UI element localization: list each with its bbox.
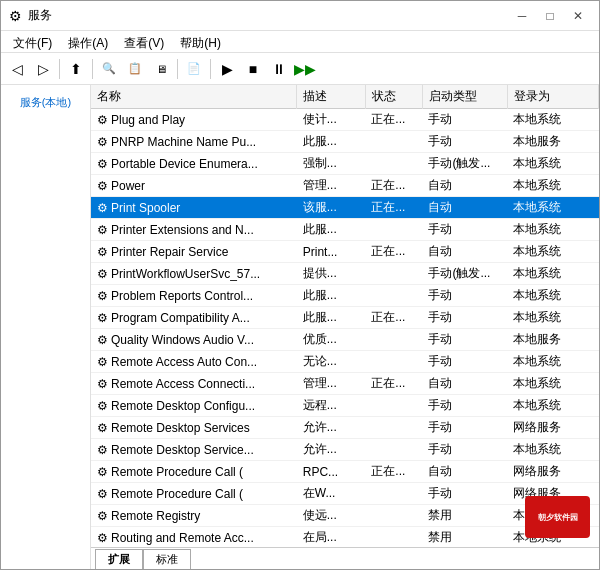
toolbar-up[interactable]: ⬆ [64, 57, 88, 81]
window-icon: ⚙ [9, 8, 22, 24]
service-desc: RPC... [297, 461, 366, 483]
table-row[interactable]: ⚙Remote Access Connecti...管理...正在...自动本地… [91, 373, 599, 395]
service-name: ⚙Remote Procedure Call ( [91, 483, 297, 505]
toolbar-stop[interactable]: ■ [241, 57, 265, 81]
service-startup: 自动 [422, 197, 507, 219]
service-startup: 手动 [422, 329, 507, 351]
service-startup: 手动 [422, 131, 507, 153]
service-startup: 手动(触发... [422, 263, 507, 285]
service-startup: 手动(触发... [422, 153, 507, 175]
service-login: 网络服务 [507, 461, 598, 483]
tab-standard[interactable]: 标准 [143, 549, 191, 569]
col-header-login[interactable]: 登录为 [507, 85, 598, 109]
table-row[interactable]: ⚙PrintWorkflowUserSvc_57...提供...手动(触发...… [91, 263, 599, 285]
table-row[interactable]: ⚙Program Compatibility A...此服...正在...手动本… [91, 307, 599, 329]
table-row[interactable]: ⚙Power管理...正在...自动本地系统 [91, 175, 599, 197]
table-row[interactable]: ⚙Remote Registry使远...禁用本地服务 [91, 505, 599, 527]
service-login: 本地系统 [507, 219, 598, 241]
service-gear-icon: ⚙ [97, 223, 108, 237]
minimize-button[interactable]: ─ [509, 6, 535, 26]
table-row[interactable]: ⚙Remote Desktop Configu...远程...手动本地系统 [91, 395, 599, 417]
service-desc: 在W... [297, 483, 366, 505]
service-status: 正在... [365, 175, 422, 197]
service-gear-icon: ⚙ [97, 201, 108, 215]
service-status [365, 395, 422, 417]
service-gear-icon: ⚙ [97, 399, 108, 413]
table-row[interactable]: ⚙Plug and Play使计...正在...手动本地系统 [91, 109, 599, 131]
toolbar-forward[interactable]: ▷ [31, 57, 55, 81]
service-startup: 自动 [422, 175, 507, 197]
tab-expand[interactable]: 扩展 [95, 549, 143, 569]
service-name: ⚙Program Compatibility A... [91, 307, 297, 329]
table-row[interactable]: ⚙Quality Windows Audio V...优质...手动本地服务 [91, 329, 599, 351]
table-row[interactable]: ⚙Routing and Remote Acc...在局...禁用本地系统 [91, 527, 599, 548]
service-startup: 手动 [422, 219, 507, 241]
service-login: 本地系统 [507, 439, 598, 461]
toolbar-restart[interactable]: ▶▶ [293, 57, 317, 81]
toolbar-btn-3[interactable]: 🔍 [97, 57, 121, 81]
col-header-startup[interactable]: 启动类型 [422, 85, 507, 109]
title-controls: ─ □ ✕ [509, 6, 591, 26]
service-desc: 此服... [297, 131, 366, 153]
table-row[interactable]: ⚙Remote Procedure Call (在W...手动网络服务 [91, 483, 599, 505]
service-name: ⚙Remote Access Auto Con... [91, 351, 297, 373]
service-login: 本地服务 [507, 131, 598, 153]
service-name: ⚙Remote Procedure Call ( [91, 461, 297, 483]
service-login: 本地系统 [507, 395, 598, 417]
table-row[interactable]: ⚙Remote Desktop Services允许...手动网络服务 [91, 417, 599, 439]
service-name: ⚙Portable Device Enumera... [91, 153, 297, 175]
menu-help[interactable]: 帮助(H) [172, 33, 229, 50]
service-startup: 手动 [422, 439, 507, 461]
service-startup: 自动 [422, 373, 507, 395]
service-startup: 手动 [422, 483, 507, 505]
service-login: 本地系统 [507, 351, 598, 373]
service-status: 正在... [365, 461, 422, 483]
toolbar-btn-5[interactable]: 🖥 [149, 57, 173, 81]
toolbar-btn-4[interactable]: 📋 [123, 57, 147, 81]
table-row[interactable]: ⚙Printer Repair ServicePrint...正在...自动本地… [91, 241, 599, 263]
table-row[interactable]: ⚙Remote Procedure Call (RPC...正在...自动网络服… [91, 461, 599, 483]
service-status [365, 527, 422, 548]
col-header-name[interactable]: 名称 [91, 85, 297, 109]
col-header-desc[interactable]: 描述 [297, 85, 366, 109]
service-status [365, 439, 422, 461]
table-row[interactable]: ⚙Print Spooler该服...正在...自动本地系统 [91, 197, 599, 219]
table-row[interactable]: ⚙Printer Extensions and N...此服...手动本地系统 [91, 219, 599, 241]
services-table[interactable]: 名称 描述 状态 启动类型 登录为 ⚙Plug and Play使计...正在.… [91, 85, 599, 547]
toolbar-separator-3 [177, 59, 178, 79]
menu-bar: 文件(F) 操作(A) 查看(V) 帮助(H) [1, 31, 599, 53]
service-name: ⚙Routing and Remote Acc... [91, 527, 297, 548]
table-row[interactable]: ⚙PNRP Machine Name Pu...此服...手动本地服务 [91, 131, 599, 153]
service-startup: 禁用 [422, 505, 507, 527]
service-gear-icon: ⚙ [97, 333, 108, 347]
service-gear-icon: ⚙ [97, 487, 108, 501]
menu-view[interactable]: 查看(V) [116, 33, 172, 50]
service-gear-icon: ⚙ [97, 289, 108, 303]
service-status [365, 505, 422, 527]
table-row[interactable]: ⚙Remote Access Auto Con...无论...手动本地系统 [91, 351, 599, 373]
menu-file[interactable]: 文件(F) [5, 33, 60, 50]
service-desc: 此服... [297, 285, 366, 307]
toolbar-back[interactable]: ◁ [5, 57, 29, 81]
service-desc: 使计... [297, 109, 366, 131]
service-gear-icon: ⚙ [97, 421, 108, 435]
col-header-status[interactable]: 状态 [365, 85, 422, 109]
maximize-button[interactable]: □ [537, 6, 563, 26]
service-login: 本地系统 [507, 373, 598, 395]
service-status [365, 219, 422, 241]
service-desc: 该服... [297, 197, 366, 219]
menu-action[interactable]: 操作(A) [60, 33, 116, 50]
toolbar-play[interactable]: ▶ [215, 57, 239, 81]
table-row[interactable]: ⚙Problem Reports Control...此服...手动本地系统 [91, 285, 599, 307]
service-name: ⚙Power [91, 175, 297, 197]
toolbar-btn-6[interactable]: 📄 [182, 57, 206, 81]
sidebar-local-services[interactable]: 服务(本地) [18, 93, 73, 112]
service-login: 本地系统 [507, 197, 598, 219]
close-button[interactable]: ✕ [565, 6, 591, 26]
service-login: 本地系统 [507, 285, 598, 307]
toolbar-separator-2 [92, 59, 93, 79]
service-login: 本地系统 [507, 263, 598, 285]
table-row[interactable]: ⚙Remote Desktop Service...允许...手动本地系统 [91, 439, 599, 461]
table-row[interactable]: ⚙Portable Device Enumera...强制...手动(触发...… [91, 153, 599, 175]
toolbar-pause[interactable]: ⏸ [267, 57, 291, 81]
